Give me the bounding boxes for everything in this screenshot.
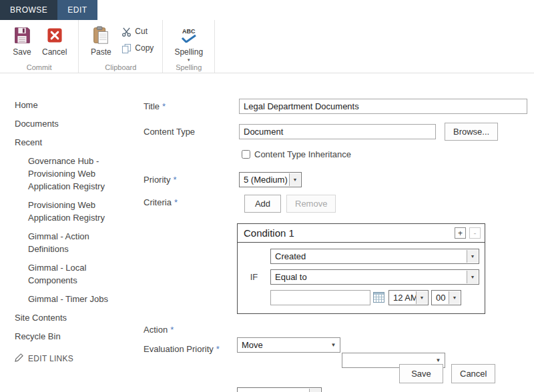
criteria-label: Criteria* [144,197,178,207]
remove-criteria-button[interactable]: Remove [286,195,336,213]
cancel-button[interactable]: Cancel [451,364,495,383]
copy-button[interactable]: Copy [119,42,156,54]
ribbon-group-spelling: ABC Spelling ▼ Spelling [163,20,215,73]
required-marker: * [170,325,174,335]
sidebar-item-site-contents[interactable]: Site Contents [15,311,132,324]
sidebar-item-recent[interactable]: Recent [15,136,132,149]
condition-date-input[interactable] [270,290,370,305]
condition-field-value: Created [275,251,306,261]
save-ribbon-button[interactable]: Save [7,23,37,59]
tab-edit[interactable]: EDIT [57,0,97,20]
calendar-icon[interactable] [373,292,386,303]
spelling-icon: ABC [178,25,200,46]
dropdown-arrow-icon: ▼ [309,389,320,392]
cancel-ribbon-label: Cancel [42,47,67,57]
copy-label: Copy [135,43,154,53]
required-marker: * [216,344,220,354]
condition-minute-select[interactable]: 00 ▼ [431,290,461,305]
cancel-icon [44,25,65,46]
paste-label: Paste [91,47,111,57]
dropdown-arrow-icon: ▼ [416,291,427,304]
condition-title: Condition 1 [244,227,294,239]
ribbon-tab-row: BROWSE EDIT [0,0,534,20]
save-ribbon-label: Save [13,47,31,57]
commit-group-label: Commit [0,63,78,71]
if-label: IF [238,249,270,305]
condition-operator-select[interactable]: Equal to ▼ [270,269,479,285]
condition-hour-value: 12 AM [393,293,418,303]
paste-icon [90,25,111,46]
content-type-label: Content Type [144,127,195,137]
content-type-input[interactable] [239,124,436,139]
rule-form: Title* Content Type Browse... Content Ty… [144,97,534,377]
browse-button[interactable]: Browse... [445,123,498,141]
copy-icon [121,43,131,53]
required-marker: * [162,101,166,111]
content-type-inheritance-checkbox[interactable]: Content Type Inheritance [242,149,351,159]
sidebar-item-recycle-bin[interactable]: Recycle Bin [15,330,132,343]
title-input[interactable] [239,99,527,114]
condition-panel: Condition 1 + - IF Created ▼ Equal to ▼ [237,223,485,314]
cut-icon [121,26,131,37]
priority-select[interactable]: 5 (Medium) ▼ [239,172,302,187]
add-condition-button[interactable]: + [455,227,466,239]
condition-body: IF Created ▼ Equal to ▼ [238,243,485,313]
sidebar-item-home[interactable]: Home [15,99,132,111]
content-type-inheritance-checkbox-input[interactable] [242,150,250,159]
sidebar-item-gimmal-local-components[interactable]: Gimmal - Local Components [28,261,120,287]
condition-hour-select[interactable]: 12 AM ▼ [388,290,429,305]
remove-condition-button[interactable]: - [469,227,481,239]
spelling-button[interactable]: ABC Spelling ▼ [170,23,208,64]
sidebar-item-gimmal-timer-jobs[interactable]: Gimmal - Timer Jobs [28,293,120,305]
required-marker: * [174,197,178,207]
save-icon [11,25,33,46]
add-criteria-button[interactable]: Add [244,195,281,213]
cut-button[interactable]: Cut [119,25,156,37]
ribbon: Save Cancel Commit [0,20,534,73]
spelling-group-label: Spelling [163,63,214,71]
chevron-down-icon: ▼ [187,58,191,62]
evaluation-priority-select[interactable]: Global Secondary ▼ [237,387,322,392]
priority-select-value: 5 (Medium) [244,175,288,185]
sidebar-item-governance-hub-provisioning[interactable]: Governance Hub - Provisioning Web Applic… [28,155,120,193]
edit-links[interactable]: EDIT LINKS [15,353,132,364]
dropdown-arrow-icon: ▼ [328,339,339,351]
required-marker: * [173,175,176,185]
sidebar-item-gimmal-action-definitions[interactable]: Gimmal - Action Definitions [28,230,120,255]
sidebar-item-provisioning-web-app-registry[interactable]: Provisioning Web Application Registry [28,199,120,224]
edit-links-label: EDIT LINKS [28,354,73,363]
save-button[interactable]: Save [399,364,443,383]
content-type-inheritance-label: Content Type Inheritance [254,149,351,159]
spelling-icon-text: ABC [182,28,196,35]
condition-header: Condition 1 + - [238,224,485,243]
ribbon-group-clipboard: Paste Cut [79,20,163,73]
sidebar-item-documents[interactable]: Documents [15,117,132,130]
cancel-ribbon-button[interactable]: Cancel [37,23,71,59]
dropdown-arrow-icon: ▼ [467,250,478,263]
dropdown-arrow-icon: ▼ [449,291,460,304]
clipboard-group-label: Clipboard [79,63,162,71]
ribbon-group-commit: Save Cancel Commit [0,20,79,73]
spelling-label: Spelling [174,47,203,57]
dropdown-arrow-icon: ▼ [289,173,300,186]
priority-label: Priority* [144,175,177,185]
dropdown-arrow-icon: ▼ [467,271,478,283]
paste-button[interactable]: Paste [85,23,116,59]
action-select-value: Move [242,340,263,350]
condition-minute-value: 00 [436,293,445,303]
action-select[interactable]: Move ▼ [237,337,340,353]
condition-field-select[interactable]: Created ▼ [270,249,479,264]
action-label: Action* [144,325,174,335]
pencil-icon [15,353,23,364]
sidebar: Home Documents Recent Governance Hub - P… [15,99,132,364]
evaluation-priority-label: Evaluation Priority* [144,344,220,354]
condition-operator-value: Equal to [275,272,307,282]
tab-browse[interactable]: BROWSE [0,0,57,20]
page: BROWSE EDIT Save [0,0,534,392]
cut-label: Cut [135,27,148,36]
title-label: Title* [144,101,166,111]
